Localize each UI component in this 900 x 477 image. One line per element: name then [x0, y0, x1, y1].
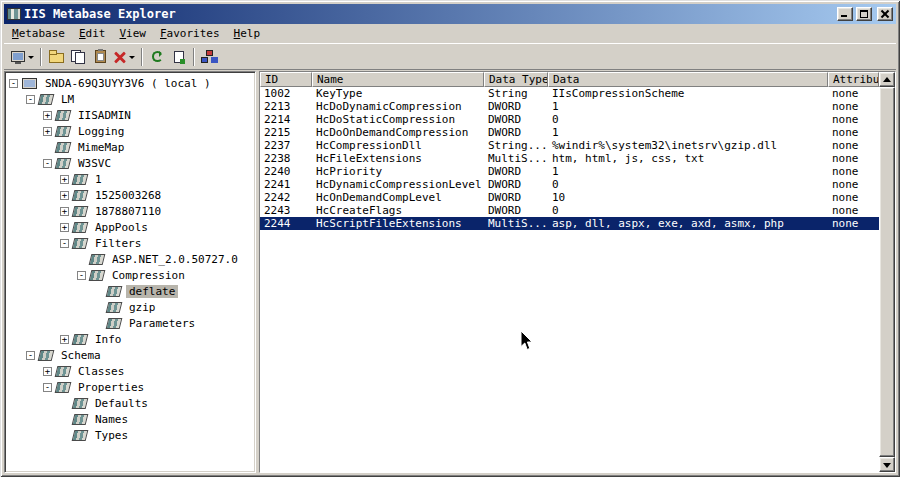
- tree-item-label: 1: [92, 173, 105, 186]
- new-key-button[interactable]: [45, 46, 67, 68]
- scrollbar-thumb[interactable]: [879, 87, 895, 457]
- tree-item-site-1525003268[interactable]: +1525003268: [5, 187, 255, 203]
- tree-item-lm[interactable]: -LM: [5, 91, 255, 107]
- tree-item-w3svc[interactable]: -W3SVC: [5, 155, 255, 171]
- table-row[interactable]: 2243HcCreateFlagsDWORD0none: [260, 204, 879, 217]
- main-area: -SNDA-69Q3UYY3V6 ( local ) -LM +IISADMIN…: [4, 71, 896, 473]
- tree-item-defaults[interactable]: Defaults: [5, 395, 255, 411]
- expand-toggle-icon: [60, 431, 69, 440]
- menu-item-help[interactable]: Help: [227, 25, 268, 42]
- expand-toggle-icon[interactable]: -: [77, 271, 86, 280]
- table-row[interactable]: 2240HcPriorityDWORD1none: [260, 165, 879, 178]
- table-row[interactable]: 1002KeyTypeStringIIsCompressionSchemenon…: [260, 87, 879, 100]
- expand-toggle-icon[interactable]: +: [43, 111, 52, 120]
- expand-toggle-icon[interactable]: +: [60, 223, 69, 232]
- tree-item-names[interactable]: Names: [5, 411, 255, 427]
- cell-id: 2244: [260, 217, 312, 230]
- scroll-up-button[interactable]: [879, 72, 895, 87]
- cell-data: 0: [548, 113, 828, 126]
- menu-item-view[interactable]: View: [112, 25, 153, 42]
- copy-button[interactable]: [67, 46, 89, 68]
- tree-item-types[interactable]: Types: [5, 427, 255, 443]
- expand-toggle-icon[interactable]: +: [60, 191, 69, 200]
- tree-item-filters[interactable]: -Filters: [5, 235, 255, 251]
- table-row[interactable]: 2215HcDoOnDemandCompressionDWORD1none: [260, 126, 879, 139]
- metabase-node-icon: [55, 382, 72, 393]
- tree-item-label: Defaults: [92, 397, 151, 410]
- table-row[interactable]: 2238HcFileExtensionsMultiS...htm, html, …: [260, 152, 879, 165]
- table-row[interactable]: 2214HcDoStaticCompressionDWORD0none: [260, 113, 879, 126]
- cell-name: HcCompressionDll: [312, 139, 484, 152]
- cell-id: 2241: [260, 178, 312, 191]
- menu-item-label: iew: [126, 27, 146, 40]
- tree-item-parameters[interactable]: Parameters: [5, 315, 255, 331]
- table-row[interactable]: 2237HcCompressionDllString...%windir%\sy…: [260, 139, 879, 152]
- expand-toggle-icon: [94, 303, 103, 312]
- tree-item-mimemap[interactable]: MimeMap: [5, 139, 255, 155]
- menu-item-metabase[interactable]: Metabase: [5, 25, 72, 42]
- column-header-data-type[interactable]: Data Type: [484, 72, 548, 87]
- cell-data-type: String...: [484, 139, 548, 152]
- metabase-node-icon: [72, 222, 89, 233]
- expand-toggle-icon[interactable]: +: [60, 335, 69, 344]
- tree-item-properties[interactable]: -Properties: [5, 379, 255, 395]
- network-button[interactable]: [198, 46, 220, 68]
- tree-item-compression[interactable]: -Compression: [5, 267, 255, 283]
- menu-item-edit[interactable]: Edit: [72, 25, 113, 42]
- expand-toggle-icon[interactable]: -: [9, 79, 18, 88]
- cell-name: HcOnDemandCompLevel: [312, 191, 484, 204]
- column-header-name[interactable]: Name: [312, 72, 484, 87]
- minimize-button[interactable]: [837, 7, 853, 21]
- expand-toggle-icon[interactable]: -: [26, 351, 35, 360]
- expand-toggle-icon[interactable]: +: [43, 127, 52, 136]
- column-header-attributes[interactable]: Attributes: [828, 72, 879, 87]
- vertical-scrollbar[interactable]: [879, 72, 895, 472]
- tree-item-aspnet[interactable]: ASP.NET_2.0.50727.0: [5, 251, 255, 267]
- tree-item-gzip[interactable]: gzip: [5, 299, 255, 315]
- title-bar[interactable]: IIS Metabase Explorer: [4, 4, 896, 24]
- connect-button[interactable]: [8, 46, 37, 68]
- toolbar-separator: [40, 48, 42, 66]
- maximize-button[interactable]: [856, 7, 872, 21]
- close-button[interactable]: [877, 7, 893, 21]
- tree-item-deflate[interactable]: deflate: [5, 283, 255, 299]
- toolbar-separator: [193, 48, 195, 66]
- tree-item-logging[interactable]: +Logging: [5, 123, 255, 139]
- tree-item-site-1878807110[interactable]: +1878807110: [5, 203, 255, 219]
- expand-toggle-icon[interactable]: -: [26, 95, 35, 104]
- expand-toggle-icon[interactable]: -: [60, 239, 69, 248]
- refresh-icon: [152, 51, 163, 62]
- paste-button[interactable]: [89, 46, 111, 68]
- export-button[interactable]: [168, 46, 190, 68]
- expand-toggle-icon[interactable]: -: [43, 383, 52, 392]
- tree-item-apppools[interactable]: +AppPools: [5, 219, 255, 235]
- cell-data: 1: [548, 100, 828, 113]
- tree-item-site-1[interactable]: +1: [5, 171, 255, 187]
- expand-toggle-icon[interactable]: -: [43, 159, 52, 168]
- scroll-down-button[interactable]: [879, 457, 895, 472]
- expand-toggle-icon[interactable]: +: [43, 367, 52, 376]
- cell-data: 1: [548, 126, 828, 139]
- expand-toggle-icon[interactable]: +: [60, 175, 69, 184]
- table-row[interactable]: 2241HcDynamicCompressionLevelDWORD0none: [260, 178, 879, 191]
- refresh-button[interactable]: [146, 46, 168, 68]
- column-header-data[interactable]: Data: [548, 72, 828, 87]
- tree-item-schema[interactable]: -Schema: [5, 347, 255, 363]
- tree-item-label: Schema: [58, 349, 104, 362]
- column-header-id[interactable]: ID: [260, 72, 312, 87]
- expand-toggle-icon[interactable]: +: [60, 207, 69, 216]
- toolbar: [4, 43, 896, 70]
- cell-data-type: MultiS...: [484, 217, 548, 230]
- cell-attributes: none: [828, 165, 879, 178]
- tree-item-classes[interactable]: +Classes: [5, 363, 255, 379]
- table-row[interactable]: 2242HcOnDemandCompLevelDWORD10none: [260, 191, 879, 204]
- table-row-selected[interactable]: 2244HcScriptFileExtensionsMultiS...asp, …: [260, 217, 879, 230]
- metabase-node-icon: [72, 334, 89, 345]
- delete-button[interactable]: [111, 46, 138, 68]
- cell-data-type: DWORD: [484, 126, 548, 139]
- table-row[interactable]: 2213HcDoDynamicCompressionDWORD1none: [260, 100, 879, 113]
- tree-item-iisadmin[interactable]: +IISADMIN: [5, 107, 255, 123]
- tree-item-info[interactable]: +Info: [5, 331, 255, 347]
- menu-item-favorites[interactable]: Favorites: [153, 25, 227, 42]
- tree-item-local-machine[interactable]: -SNDA-69Q3UYY3V6 ( local ): [5, 75, 255, 91]
